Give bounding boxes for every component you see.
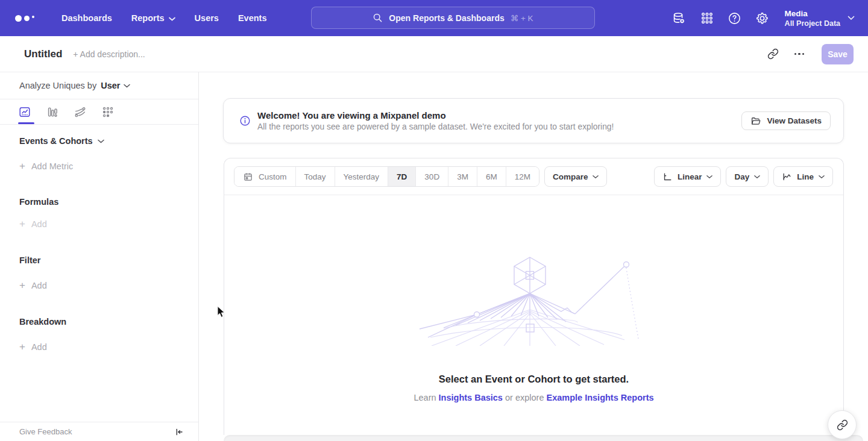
breakdown-section-header: Breakdown — [19, 317, 198, 327]
link-icon — [767, 48, 779, 60]
banner-title: Welcome! You are viewing a Mixpanel demo — [257, 110, 614, 120]
visualization-tabs — [0, 99, 198, 125]
report-header: Untitled + Add description... Save — [0, 36, 868, 72]
mixpanel-app: Dashboards Reports Users Events Open Rep… — [0, 0, 868, 441]
primary-nav: Dashboards Reports Users Events — [52, 0, 276, 36]
report-description-field[interactable]: + Add description... — [73, 49, 145, 59]
date-range-item[interactable]: Custom — [234, 167, 296, 186]
nav-right-cluster: Media All Project Data — [665, 0, 855, 36]
settings-gear-icon[interactable] — [749, 0, 776, 36]
date-range-item[interactable]: 6M — [477, 167, 506, 186]
chevron-down-icon — [706, 175, 712, 179]
nav-users[interactable]: Users — [185, 0, 228, 36]
date-range-item[interactable]: 30D — [416, 167, 448, 186]
chevron-down-icon — [98, 139, 104, 143]
nav-dashboards[interactable]: Dashboards — [52, 0, 122, 36]
flow-icon — [74, 105, 87, 119]
view-datasets-button[interactable]: View Datasets — [741, 111, 831, 130]
insights-chart-card: Custom Today Yesterday 7D 30D 3M 6M 12M … — [224, 158, 844, 435]
analyze-by-dropdown[interactable]: User — [101, 81, 130, 90]
chevron-down-icon — [754, 175, 760, 179]
nav-events[interactable]: Events — [228, 0, 277, 36]
search-icon — [373, 13, 383, 23]
formulas-title: Formulas — [19, 197, 58, 207]
analyze-row: Analyze Uniques by User — [0, 72, 198, 99]
tab-bar-chart[interactable] — [46, 99, 74, 124]
date-range-item[interactable]: 12M — [506, 167, 539, 186]
interval-label: Day — [734, 172, 749, 181]
chart-display-controls: Linear Day Line — [654, 166, 833, 187]
scale-dropdown[interactable]: Linear — [654, 166, 722, 187]
scale-label: Linear — [678, 172, 702, 181]
formulas-section-header: Formulas — [19, 197, 198, 207]
filter-section-header: Filter — [19, 255, 198, 265]
tab-insights-active[interactable] — [18, 99, 46, 124]
tab-flow[interactable] — [74, 99, 101, 124]
copy-link-button[interactable] — [763, 44, 783, 64]
interval-dropdown[interactable]: Day — [726, 166, 769, 187]
report-main-area: Welcome! You are viewing a Mixpanel demo… — [199, 72, 868, 441]
date-range-item[interactable]: Today — [296, 167, 335, 186]
mixpanel-logo-icon[interactable] — [15, 15, 34, 22]
ellipsis-icon — [794, 53, 805, 55]
add-formula-button[interactable]: + Add — [19, 219, 198, 229]
share-link-floating-button[interactable] — [828, 410, 857, 439]
breakdown-title: Breakdown — [19, 317, 66, 327]
nav-reports-label: Reports — [131, 13, 165, 23]
compare-dropdown[interactable]: Compare — [544, 166, 608, 187]
plus-icon: + — [19, 280, 25, 290]
add-breakdown-label: Add — [31, 342, 47, 352]
learn-prefix: Learn — [414, 393, 436, 402]
next-section-peek[interactable] — [224, 435, 863, 441]
apps-grid-icon[interactable] — [693, 0, 721, 36]
project-scope: All Project Data — [785, 19, 840, 28]
events-cohorts-title: Events & Cohorts — [19, 136, 93, 146]
help-icon[interactable] — [721, 0, 749, 36]
global-search-input[interactable]: Open Reports & Dashboards ⌘ + K — [311, 7, 595, 29]
chevron-down-icon — [848, 16, 855, 20]
insights-chart-icon — [18, 105, 31, 119]
top-navigation-bar: Dashboards Reports Users Events Open Rep… — [0, 0, 868, 36]
chart-type-dropdown[interactable]: Line — [773, 166, 833, 187]
project-name: Media — [785, 8, 840, 19]
date-range-label: 6M — [486, 172, 497, 181]
collapse-sidebar-button[interactable] — [174, 427, 184, 437]
date-range-item[interactable]: 3M — [448, 167, 477, 186]
nav-events-label: Events — [238, 13, 267, 23]
more-options-button[interactable] — [789, 44, 810, 64]
link-icon — [837, 419, 848, 431]
data-management-icon[interactable] — [665, 0, 693, 36]
give-feedback-link[interactable]: Give Feedback — [19, 427, 72, 436]
date-range-item[interactable]: 7D — [388, 167, 416, 186]
add-metric-button[interactable]: + Add Metric — [19, 161, 198, 171]
nav-dashboards-label: Dashboards — [61, 13, 112, 23]
search-shortcut: ⌘ + K — [511, 13, 533, 23]
report-title[interactable]: Untitled — [24, 48, 62, 60]
date-range-label: 12M — [515, 172, 530, 181]
linear-axis-icon — [662, 172, 673, 182]
filter-title: Filter — [19, 255, 40, 265]
plus-icon: + — [19, 342, 25, 352]
project-selector[interactable]: Media All Project Data — [785, 8, 855, 28]
tab-metrics-grid[interactable] — [101, 99, 129, 124]
date-range-label: 30D — [424, 172, 439, 181]
chevron-down-icon — [593, 175, 599, 179]
chevron-down-icon — [124, 84, 130, 88]
date-range-item[interactable]: Yesterday — [335, 167, 389, 186]
add-breakdown-button[interactable]: + Add — [19, 342, 198, 352]
example-reports-link[interactable]: Example Insights Reports — [546, 393, 653, 402]
analyze-label: Analyze Uniques by — [19, 81, 96, 90]
report-header-actions: Save — [763, 44, 854, 64]
search-placeholder: Open Reports & Dashboards — [389, 13, 504, 23]
nav-reports[interactable]: Reports — [122, 0, 185, 36]
insights-basics-link[interactable]: Insights Basics — [439, 393, 503, 402]
line-chart-icon — [782, 172, 792, 182]
events-cohorts-section-header[interactable]: Events & Cohorts — [19, 136, 198, 146]
chart-controls: Custom Today Yesterday 7D 30D 3M 6M 12M … — [224, 158, 843, 195]
bar-chart-icon — [46, 105, 59, 119]
save-button[interactable]: Save — [822, 44, 854, 64]
view-datasets-label: View Datasets — [767, 116, 822, 125]
add-filter-button[interactable]: + Add — [19, 280, 198, 290]
empty-state-title: Select an Event or Cohort to get started… — [439, 374, 629, 385]
nav-users-label: Users — [195, 13, 219, 23]
